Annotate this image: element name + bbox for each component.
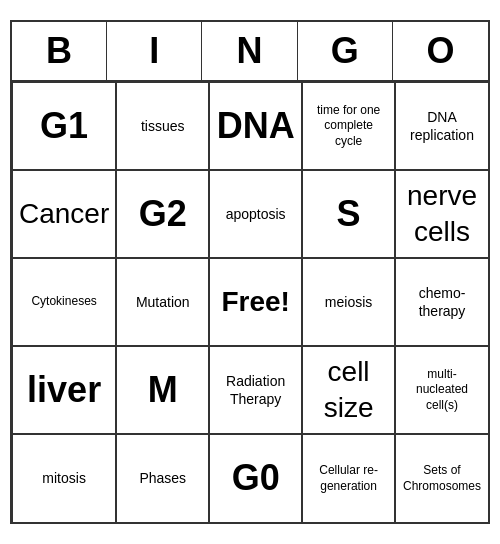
- bingo-cell-16: M: [116, 346, 209, 434]
- header-letter-n: N: [202, 22, 297, 80]
- bingo-cell-11: Mutation: [116, 258, 209, 346]
- bingo-cell-14: chemo-therapy: [395, 258, 488, 346]
- bingo-cell-8: S: [302, 170, 395, 258]
- bingo-cell-6: G2: [116, 170, 209, 258]
- bingo-cell-7: apoptosis: [209, 170, 302, 258]
- header-letter-b: B: [12, 22, 107, 80]
- bingo-cell-19: multi-nucleated cell(s): [395, 346, 488, 434]
- bingo-grid: G1tissuesDNAtime for one complete cycleD…: [12, 82, 488, 522]
- bingo-cell-0: G1: [12, 82, 116, 170]
- bingo-cell-13: meiosis: [302, 258, 395, 346]
- bingo-cell-21: Phases: [116, 434, 209, 522]
- bingo-cell-9: nerve cells: [395, 170, 488, 258]
- bingo-cell-5: Cancer: [12, 170, 116, 258]
- bingo-cell-15: liver: [12, 346, 116, 434]
- bingo-cell-1: tissues: [116, 82, 209, 170]
- bingo-cell-10: Cytokineses: [12, 258, 116, 346]
- bingo-cell-20: mitosis: [12, 434, 116, 522]
- bingo-cell-3: time for one complete cycle: [302, 82, 395, 170]
- bingo-card: BINGO G1tissuesDNAtime for one complete …: [10, 20, 490, 524]
- header-letter-g: G: [298, 22, 393, 80]
- bingo-cell-22: G0: [209, 434, 302, 522]
- bingo-cell-24: Sets of Chromosomes: [395, 434, 488, 522]
- bingo-cell-2: DNA: [209, 82, 302, 170]
- bingo-cell-12: Free!: [209, 258, 302, 346]
- bingo-cell-17: Radiation Therapy: [209, 346, 302, 434]
- header-letter-i: I: [107, 22, 202, 80]
- header-letter-o: O: [393, 22, 488, 80]
- bingo-cell-4: DNA replication: [395, 82, 488, 170]
- bingo-cell-18: cell size: [302, 346, 395, 434]
- bingo-header: BINGO: [12, 22, 488, 82]
- bingo-cell-23: Cellular re-generation: [302, 434, 395, 522]
